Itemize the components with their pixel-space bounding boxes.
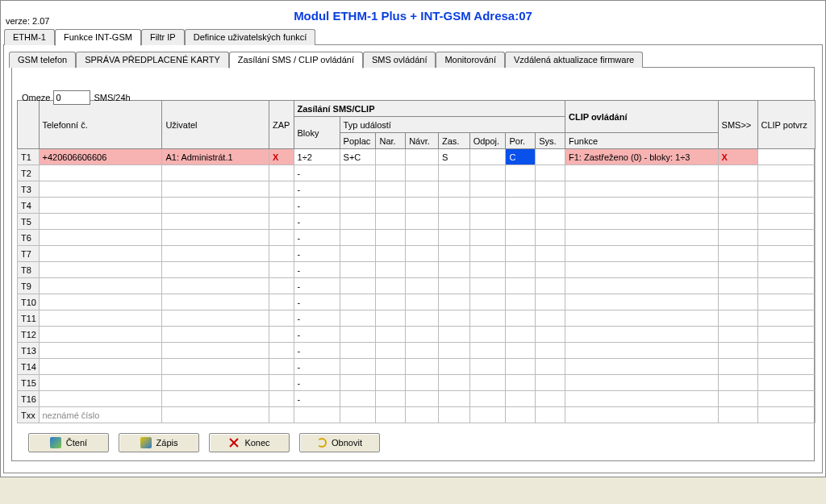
cell-sms[interactable] (718, 246, 757, 262)
cell-zas[interactable] (438, 165, 469, 181)
cell-sms[interactable] (718, 230, 757, 246)
cell-por[interactable]: C (506, 149, 536, 165)
cell-clip[interactable] (757, 246, 816, 262)
cell-zas[interactable] (438, 359, 469, 375)
cell-navr[interactable] (406, 278, 439, 294)
cell-nar[interactable] (376, 181, 406, 198)
table-row[interactable]: T6- (18, 230, 816, 246)
cell-zap[interactable] (269, 165, 294, 181)
cell-funkce[interactable] (565, 294, 718, 310)
cell-sms[interactable] (718, 327, 757, 343)
cell-nar[interactable] (376, 391, 406, 407)
cell-sys[interactable] (536, 294, 565, 310)
cell-zas[interactable] (438, 230, 469, 246)
table-row[interactable]: T1+420606606606A1: Administrát.1X1÷2S+CS… (18, 149, 816, 165)
cell-sys[interactable] (536, 343, 565, 359)
cell-sms[interactable] (718, 391, 757, 407)
cell-por[interactable] (506, 181, 536, 198)
cell-phone[interactable] (39, 198, 162, 214)
cell-zap[interactable] (269, 359, 294, 375)
cell-user[interactable] (162, 327, 269, 343)
sub-tab-4[interactable]: Monitorování (436, 52, 505, 68)
cell-por[interactable] (506, 375, 536, 391)
sub-tab-0[interactable]: GSM telefon (9, 52, 76, 68)
cell-zap[interactable] (269, 214, 294, 230)
cell-zas[interactable] (438, 375, 469, 391)
cell-odpoj[interactable] (469, 278, 506, 294)
cell-navr[interactable] (406, 198, 439, 214)
cell-clip[interactable] (757, 214, 816, 230)
cell-navr[interactable] (406, 165, 439, 181)
close-button[interactable]: Konec (209, 433, 290, 452)
cell-odpoj[interactable] (469, 262, 506, 278)
cell-por[interactable] (506, 407, 536, 423)
cell-bloky[interactable]: - (294, 165, 340, 181)
cell-bloky[interactable]: 1÷2 (294, 149, 340, 165)
cell-navr[interactable] (406, 246, 439, 262)
cell-sys[interactable] (536, 165, 565, 181)
cell-zap[interactable] (269, 230, 294, 246)
cell-poplac[interactable] (340, 310, 376, 327)
cell-nar[interactable] (376, 262, 406, 278)
cell-zap[interactable] (269, 310, 294, 327)
cell-sys[interactable] (536, 327, 565, 343)
cell-odpoj[interactable] (469, 391, 506, 407)
cell-sys[interactable] (536, 310, 565, 327)
cell-funkce[interactable] (565, 391, 718, 407)
cell-phone[interactable] (39, 391, 162, 407)
cell-funkce[interactable] (565, 278, 718, 294)
cell-phone[interactable]: +420606606606 (39, 149, 162, 165)
cell-sms[interactable] (718, 262, 757, 278)
cell-user[interactable] (162, 165, 269, 181)
cell-poplac[interactable] (340, 230, 376, 246)
cell-navr[interactable] (406, 343, 439, 359)
cell-clip[interactable] (757, 310, 816, 327)
top-tab-0[interactable]: ETHM-1 (4, 29, 55, 45)
cell-zap[interactable] (269, 391, 294, 407)
top-tab-3[interactable]: Definice uživatelských funkcí (185, 29, 316, 45)
cell-zap[interactable] (269, 294, 294, 310)
cell-user[interactable] (162, 230, 269, 246)
cell-phone[interactable] (39, 343, 162, 359)
cell-zas[interactable]: S (438, 149, 469, 165)
cell-odpoj[interactable] (469, 359, 506, 375)
cell-zas[interactable] (438, 294, 469, 310)
cell-user[interactable] (162, 198, 269, 214)
cell-clip[interactable] (757, 165, 816, 181)
cell-sms[interactable] (718, 165, 757, 181)
table-row[interactable]: T14- (18, 359, 816, 375)
cell-nar[interactable] (376, 149, 406, 165)
cell-zas[interactable] (438, 262, 469, 278)
cell-zas[interactable] (438, 278, 469, 294)
cell-phone[interactable] (39, 165, 162, 181)
cell-clip[interactable] (757, 198, 816, 214)
cell-bloky[interactable]: - (294, 391, 340, 407)
cell-sys[interactable] (536, 230, 565, 246)
table-row[interactable]: T10- (18, 294, 816, 310)
top-tab-2[interactable]: Filtr IP (141, 29, 185, 45)
cell-phone[interactable] (39, 246, 162, 262)
top-tab-1[interactable]: Funkce INT-GSM (55, 29, 141, 46)
cell-nar[interactable] (376, 230, 406, 246)
cell-bloky[interactable]: - (294, 310, 340, 327)
cell-clip[interactable] (757, 375, 816, 391)
cell-clip[interactable] (757, 359, 816, 375)
cell-poplac[interactable] (340, 181, 376, 198)
cell-por[interactable] (506, 310, 536, 327)
cell-odpoj[interactable] (469, 214, 506, 230)
cell-zap[interactable] (269, 198, 294, 214)
cell-funkce[interactable] (565, 214, 718, 230)
cell-clip[interactable] (757, 230, 816, 246)
cell-phone[interactable]: neznámé číslo (39, 407, 162, 423)
cell-zas[interactable] (438, 198, 469, 214)
cell-sys[interactable] (536, 214, 565, 230)
cell-clip[interactable] (757, 149, 816, 165)
cell-phone[interactable] (39, 181, 162, 198)
cell-por[interactable] (506, 198, 536, 214)
table-row[interactable]: T11- (18, 310, 816, 327)
cell-poplac[interactable] (340, 214, 376, 230)
cell-navr[interactable] (406, 359, 439, 375)
cell-nar[interactable] (376, 343, 406, 359)
cell-por[interactable] (506, 294, 536, 310)
cell-sys[interactable] (536, 246, 565, 262)
